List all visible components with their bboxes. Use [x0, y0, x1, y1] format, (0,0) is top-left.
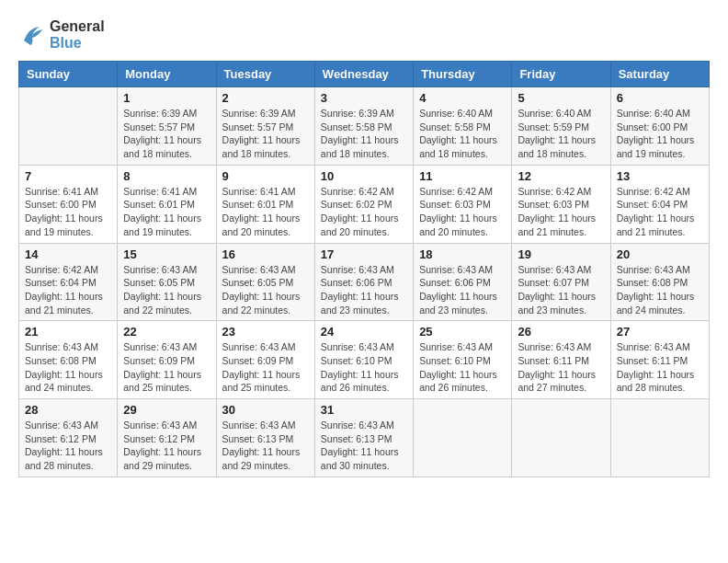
- day-number: 13: [617, 169, 703, 183]
- day-info: Sunrise: 6:40 AM Sunset: 5:59 PM Dayligh…: [518, 107, 604, 161]
- day-number: 31: [321, 403, 407, 417]
- day-info: Sunrise: 6:43 AM Sunset: 6:13 PM Dayligh…: [321, 419, 407, 473]
- day-info: Sunrise: 6:42 AM Sunset: 6:03 PM Dayligh…: [419, 185, 506, 239]
- calendar-week-row: 1Sunrise: 6:39 AM Sunset: 5:57 PM Daylig…: [19, 87, 710, 166]
- day-number: 3: [321, 91, 407, 105]
- calendar-cell: 17Sunrise: 6:43 AM Sunset: 6:06 PM Dayli…: [314, 243, 413, 321]
- calendar-cell: 3Sunrise: 6:39 AM Sunset: 5:58 PM Daylig…: [314, 87, 413, 166]
- calendar-cell: 5Sunrise: 6:40 AM Sunset: 5:59 PM Daylig…: [512, 87, 610, 166]
- calendar-cell: 14Sunrise: 6:42 AM Sunset: 6:04 PM Dayli…: [19, 243, 118, 321]
- calendar-cell: 4Sunrise: 6:40 AM Sunset: 5:58 PM Daylig…: [414, 87, 512, 166]
- calendar-cell: 2Sunrise: 6:39 AM Sunset: 5:57 PM Daylig…: [216, 87, 314, 166]
- calendar-cell: 20Sunrise: 6:43 AM Sunset: 6:08 PM Dayli…: [610, 243, 709, 321]
- day-info: Sunrise: 6:42 AM Sunset: 6:02 PM Dayligh…: [321, 185, 407, 239]
- calendar-cell: 12Sunrise: 6:42 AM Sunset: 6:03 PM Dayli…: [512, 165, 610, 243]
- day-info: Sunrise: 6:39 AM Sunset: 5:57 PM Dayligh…: [123, 107, 210, 161]
- calendar-cell: [414, 399, 512, 477]
- calendar-cell: 24Sunrise: 6:43 AM Sunset: 6:10 PM Dayli…: [314, 321, 413, 399]
- logo: General Blue: [18, 18, 105, 52]
- day-info: Sunrise: 6:43 AM Sunset: 6:11 PM Dayligh…: [617, 340, 703, 395]
- day-info: Sunrise: 6:42 AM Sunset: 6:04 PM Dayligh…: [617, 185, 703, 239]
- day-info: Sunrise: 6:43 AM Sunset: 6:09 PM Dayligh…: [123, 340, 210, 395]
- day-info: Sunrise: 6:43 AM Sunset: 6:10 PM Dayligh…: [321, 340, 407, 395]
- day-number: 17: [321, 247, 407, 261]
- day-number: 22: [123, 325, 210, 339]
- calendar-cell: 7Sunrise: 6:41 AM Sunset: 6:00 PM Daylig…: [19, 165, 118, 243]
- calendar-cell: 19Sunrise: 6:43 AM Sunset: 6:07 PM Dayli…: [512, 243, 610, 321]
- weekday-header: Saturday: [610, 62, 709, 87]
- day-number: 10: [321, 169, 407, 183]
- day-info: Sunrise: 6:43 AM Sunset: 6:09 PM Dayligh…: [222, 340, 309, 395]
- day-number: 2: [222, 91, 309, 105]
- calendar-cell: 6Sunrise: 6:40 AM Sunset: 6:00 PM Daylig…: [610, 87, 709, 166]
- day-info: Sunrise: 6:43 AM Sunset: 6:12 PM Dayligh…: [25, 419, 111, 473]
- day-number: 27: [617, 325, 703, 339]
- day-info: Sunrise: 6:43 AM Sunset: 6:06 PM Dayligh…: [419, 263, 506, 317]
- day-number: 6: [617, 91, 703, 105]
- calendar-cell: 8Sunrise: 6:41 AM Sunset: 6:01 PM Daylig…: [118, 165, 216, 243]
- calendar-cell: 1Sunrise: 6:39 AM Sunset: 5:57 PM Daylig…: [118, 87, 216, 166]
- day-info: Sunrise: 6:43 AM Sunset: 6:05 PM Dayligh…: [123, 263, 210, 317]
- day-number: 25: [419, 325, 506, 339]
- logo-icon: [18, 21, 46, 49]
- day-info: Sunrise: 6:43 AM Sunset: 6:13 PM Dayligh…: [222, 419, 309, 473]
- day-info: Sunrise: 6:42 AM Sunset: 6:04 PM Dayligh…: [25, 263, 111, 317]
- day-info: Sunrise: 6:43 AM Sunset: 6:10 PM Dayligh…: [419, 340, 506, 395]
- day-number: 18: [419, 247, 506, 261]
- day-info: Sunrise: 6:42 AM Sunset: 6:03 PM Dayligh…: [518, 185, 604, 239]
- day-info: Sunrise: 6:41 AM Sunset: 6:00 PM Dayligh…: [25, 185, 111, 239]
- calendar-cell: [610, 399, 709, 477]
- day-number: 24: [321, 325, 407, 339]
- day-info: Sunrise: 6:41 AM Sunset: 6:01 PM Dayligh…: [222, 185, 309, 239]
- calendar-week-row: 7Sunrise: 6:41 AM Sunset: 6:00 PM Daylig…: [19, 165, 710, 243]
- weekday-header: Wednesday: [314, 62, 413, 87]
- day-number: 30: [222, 403, 309, 417]
- calendar-week-row: 28Sunrise: 6:43 AM Sunset: 6:12 PM Dayli…: [19, 399, 710, 477]
- day-number: 9: [222, 169, 309, 183]
- day-info: Sunrise: 6:43 AM Sunset: 6:07 PM Dayligh…: [518, 263, 604, 317]
- weekday-header-row: SundayMondayTuesdayWednesdayThursdayFrid…: [19, 62, 710, 87]
- calendar-header: SundayMondayTuesdayWednesdayThursdayFrid…: [19, 62, 710, 87]
- logo-text: General Blue: [50, 18, 105, 52]
- calendar-cell: 9Sunrise: 6:41 AM Sunset: 6:01 PM Daylig…: [216, 165, 314, 243]
- day-number: 29: [123, 403, 210, 417]
- day-info: Sunrise: 6:39 AM Sunset: 5:57 PM Dayligh…: [222, 107, 309, 161]
- calendar-cell: 27Sunrise: 6:43 AM Sunset: 6:11 PM Dayli…: [610, 321, 709, 399]
- day-number: 12: [518, 169, 604, 183]
- page-header: General Blue: [18, 18, 710, 52]
- calendar-cell: 21Sunrise: 6:43 AM Sunset: 6:08 PM Dayli…: [19, 321, 118, 399]
- calendar-cell: [19, 87, 118, 166]
- calendar-cell: 10Sunrise: 6:42 AM Sunset: 6:02 PM Dayli…: [314, 165, 413, 243]
- calendar-cell: 28Sunrise: 6:43 AM Sunset: 6:12 PM Dayli…: [19, 399, 118, 477]
- calendar-cell: 11Sunrise: 6:42 AM Sunset: 6:03 PM Dayli…: [414, 165, 512, 243]
- calendar-cell: 30Sunrise: 6:43 AM Sunset: 6:13 PM Dayli…: [216, 399, 314, 477]
- day-info: Sunrise: 6:43 AM Sunset: 6:08 PM Dayligh…: [617, 263, 703, 317]
- day-info: Sunrise: 6:43 AM Sunset: 6:06 PM Dayligh…: [321, 263, 407, 317]
- calendar-body: 1Sunrise: 6:39 AM Sunset: 5:57 PM Daylig…: [19, 87, 710, 477]
- calendar-cell: 15Sunrise: 6:43 AM Sunset: 6:05 PM Dayli…: [118, 243, 216, 321]
- day-info: Sunrise: 6:41 AM Sunset: 6:01 PM Dayligh…: [123, 185, 210, 239]
- calendar-cell: 13Sunrise: 6:42 AM Sunset: 6:04 PM Dayli…: [610, 165, 709, 243]
- day-number: 7: [25, 169, 111, 183]
- calendar-cell: 18Sunrise: 6:43 AM Sunset: 6:06 PM Dayli…: [414, 243, 512, 321]
- day-info: Sunrise: 6:43 AM Sunset: 6:12 PM Dayligh…: [123, 419, 210, 473]
- day-info: Sunrise: 6:39 AM Sunset: 5:58 PM Dayligh…: [321, 107, 407, 161]
- calendar-cell: 22Sunrise: 6:43 AM Sunset: 6:09 PM Dayli…: [118, 321, 216, 399]
- weekday-header: Tuesday: [216, 62, 314, 87]
- weekday-header: Monday: [118, 62, 216, 87]
- day-number: 8: [123, 169, 210, 183]
- day-info: Sunrise: 6:40 AM Sunset: 6:00 PM Dayligh…: [617, 107, 703, 161]
- day-number: 4: [419, 91, 506, 105]
- calendar-cell: [512, 399, 610, 477]
- weekday-header: Friday: [512, 62, 610, 87]
- calendar-cell: 29Sunrise: 6:43 AM Sunset: 6:12 PM Dayli…: [118, 399, 216, 477]
- day-info: Sunrise: 6:40 AM Sunset: 5:58 PM Dayligh…: [419, 107, 506, 161]
- calendar-cell: 26Sunrise: 6:43 AM Sunset: 6:11 PM Dayli…: [512, 321, 610, 399]
- day-number: 20: [617, 247, 703, 261]
- day-info: Sunrise: 6:43 AM Sunset: 6:11 PM Dayligh…: [518, 340, 604, 395]
- day-info: Sunrise: 6:43 AM Sunset: 6:08 PM Dayligh…: [25, 340, 111, 395]
- day-number: 23: [222, 325, 309, 339]
- day-number: 5: [518, 91, 604, 105]
- day-number: 28: [25, 403, 111, 417]
- calendar-cell: 23Sunrise: 6:43 AM Sunset: 6:09 PM Dayli…: [216, 321, 314, 399]
